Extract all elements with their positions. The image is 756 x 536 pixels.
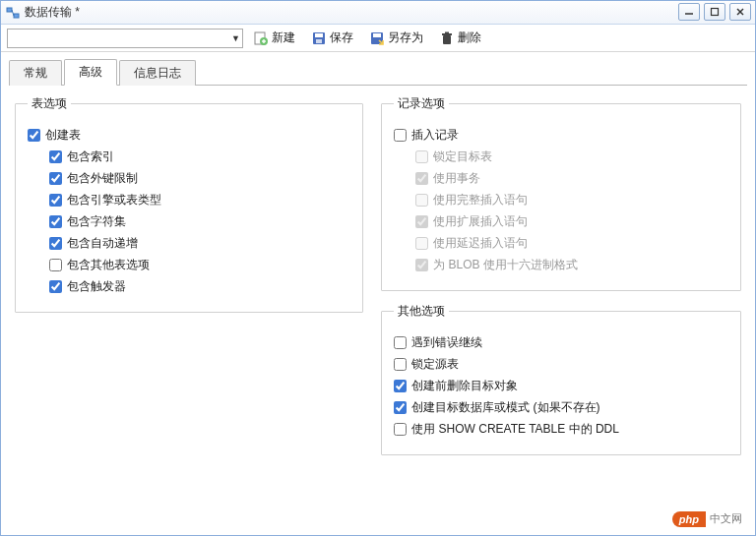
save-as-label: 另存为 [388,30,423,46]
tab-advanced[interactable]: 高级 [64,59,117,86]
new-button[interactable]: 新建 [247,28,301,48]
other-options-group: 其他选项 遇到错误继续 锁定源表 创建前删除目标对象 创建目标数据库或模式 (如… [381,303,741,455]
chevron-down-icon: ▼ [231,33,240,43]
svg-rect-14 [373,33,381,37]
chk-include-trigger-input[interactable] [49,280,62,293]
chk-include-charset[interactable]: 包含字符集 [49,213,350,230]
chk-lock-target: 锁定目标表 [415,149,728,165]
chk-drop-target-first-input[interactable] [394,380,407,392]
record-options-group: 记录选项 插入记录 锁定目标表 使用事务 使用完整插入语句 使用扩展插入语句 使… [381,95,741,291]
svg-rect-0 [7,8,12,12]
trash-icon [439,30,455,46]
tab-log[interactable]: 信息日志 [119,60,196,86]
window-title: 数据传输 * [25,4,80,21]
chk-complete-insert: 使用完整插入语句 [415,192,728,208]
maximize-button[interactable] [704,3,725,21]
chk-include-charset-input[interactable] [49,215,62,228]
chk-include-autoincr[interactable]: 包含自动递增 [49,235,350,252]
new-label: 新建 [272,30,295,46]
transfer-icon [5,5,21,21]
chk-insert-records[interactable]: 插入记录 [394,127,728,144]
close-button[interactable] [729,3,751,21]
other-options-legend: 其他选项 [394,303,449,320]
chk-include-engine-input[interactable] [49,194,62,207]
svg-rect-15 [443,35,451,44]
chk-use-show-create[interactable]: 使用 SHOW CREATE TABLE 中的 DDL [394,421,728,438]
chk-blob-hex: 为 BLOB 使用十六进制格式 [415,257,728,273]
chk-insert-records-input[interactable] [394,129,407,142]
chk-delayed-insert: 使用延迟插入语句 [415,235,728,252]
minimize-button[interactable] [678,3,700,21]
chk-lock-source[interactable]: 锁定源表 [394,356,728,373]
chk-include-autoincr-input[interactable] [49,237,62,250]
chk-delayed-insert-input [415,237,428,250]
chk-create-table[interactable]: 创建表 [28,127,350,144]
chk-use-show-create-input[interactable] [394,423,407,436]
chk-create-table-input[interactable] [28,129,40,142]
chk-continue-on-error-input[interactable] [394,336,407,349]
record-options-legend: 记录选项 [394,95,449,112]
table-options-legend: 表选项 [28,95,71,112]
save-as-icon [369,30,385,46]
chk-extended-insert-input [415,215,428,228]
chk-include-trigger[interactable]: 包含触发器 [49,278,350,295]
save-as-button[interactable]: 另存为 [363,28,429,48]
chk-include-other-input[interactable] [49,259,62,271]
chk-create-db-if-missing[interactable]: 创建目标数据库或模式 (如果不存在) [394,399,728,416]
chk-include-fk-input[interactable] [49,172,62,185]
chk-include-index[interactable]: 包含索引 [49,149,350,165]
delete-button[interactable]: 删除 [433,28,487,48]
chk-blob-hex-input [415,259,428,271]
chk-continue-on-error[interactable]: 遇到错误继续 [394,334,728,351]
chk-include-other[interactable]: 包含其他表选项 [49,257,350,273]
chk-lock-source-input[interactable] [394,358,407,371]
save-button[interactable]: 保存 [305,28,359,48]
svg-rect-17 [445,31,449,33]
svg-rect-3 [712,9,719,16]
chk-complete-insert-input [415,194,428,207]
chk-use-transaction-input [415,172,428,185]
chk-lock-target-input [415,150,428,163]
table-options-group: 表选项 创建表 包含索引 包含外键限制 包含引擎或表类型 包含字符集 包含自动递… [15,95,363,313]
tab-general[interactable]: 常规 [9,60,62,86]
chk-use-transaction: 使用事务 [415,170,728,187]
save-icon [311,30,327,46]
profile-dropdown[interactable]: ▼ [7,29,243,48]
svg-rect-12 [316,39,322,43]
svg-rect-11 [315,33,323,37]
new-icon [253,30,269,46]
chk-include-engine[interactable]: 包含引擎或表类型 [49,192,350,208]
chk-create-db-if-missing-input[interactable] [394,401,407,414]
chk-include-index-input[interactable] [49,150,62,163]
save-label: 保存 [330,30,353,46]
chk-include-fk[interactable]: 包含外键限制 [49,170,350,187]
chk-drop-target-first[interactable]: 创建前删除目标对象 [394,378,728,394]
delete-label: 删除 [458,30,481,46]
watermark: php 中文网 [672,509,746,528]
watermark-badge: php [672,511,706,527]
watermark-text: 中文网 [706,509,746,528]
svg-rect-1 [14,14,19,18]
chk-extended-insert: 使用扩展插入语句 [415,213,728,230]
